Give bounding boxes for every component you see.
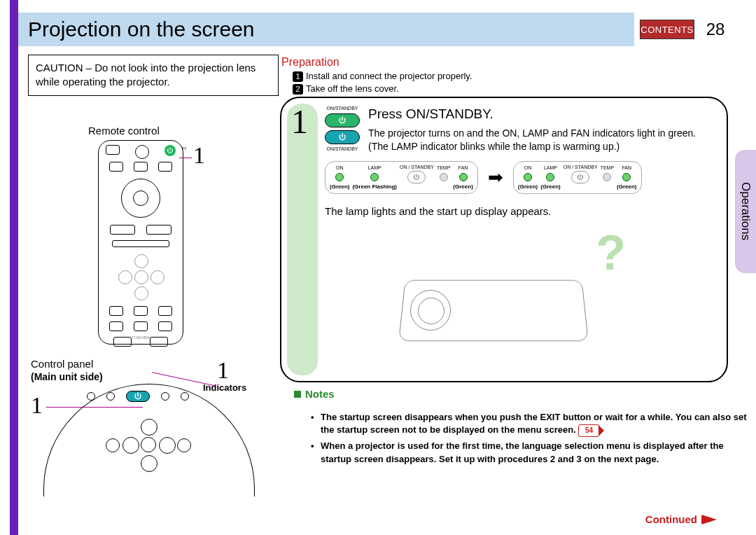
panel-dpad bbox=[63, 420, 234, 483]
power-icon bbox=[126, 391, 150, 402]
note-item-1: The startup screen disappears when you p… bbox=[308, 411, 756, 437]
onstandby-icon-label: ON/STANDBY bbox=[327, 105, 358, 112]
power-icon bbox=[325, 113, 360, 127]
power-icon bbox=[325, 130, 360, 144]
remote-control-illustration: TOSHIBA bbox=[98, 140, 183, 345]
panel-led-row bbox=[87, 391, 189, 402]
question-mark-icon: ? bbox=[596, 218, 626, 287]
arrow-right-icon: ➡ bbox=[488, 165, 503, 190]
caution-box: CAUTION – Do not look into the projectio… bbox=[28, 55, 279, 96]
remote-brand-label: TOSHIBA bbox=[99, 335, 183, 340]
step-box: 1 ON/STANDBY ON/STANDBY Press ON/STANDBY… bbox=[280, 97, 728, 382]
callout-number-panel-a: 1 bbox=[217, 357, 229, 384]
note-item-2: When a projector is used for the first t… bbox=[308, 440, 756, 466]
step-body-2: (The LAMP indicator blinks while the lam… bbox=[368, 140, 717, 154]
preparation-item-1: 1Install and connect the projector prope… bbox=[293, 70, 472, 83]
contents-button[interactable]: CONTENTS bbox=[640, 20, 694, 39]
notes-heading: Notes bbox=[294, 388, 335, 400]
callout-number-panel-b: 1 bbox=[31, 392, 43, 419]
main-unit-side-label: (Main unit side) bbox=[31, 371, 103, 382]
projector-illustration: ? bbox=[374, 232, 668, 352]
preparation-heading: Preparation bbox=[281, 56, 340, 69]
preparation-item-2: 2Take off the lens cover. bbox=[293, 83, 399, 95]
indicator-diagram: ON(Green) LAMP(Green Flashing) ON / STAN… bbox=[325, 161, 717, 194]
callout-line bbox=[179, 158, 192, 158]
continued-arrow-icon bbox=[701, 515, 717, 524]
notes-list: The startup screen disappears when you p… bbox=[280, 411, 756, 468]
remote-control-label: Remote control bbox=[88, 125, 160, 137]
power-icon bbox=[164, 145, 176, 156]
page-number: 28 bbox=[700, 17, 731, 42]
continued-indicator: Continued bbox=[645, 513, 717, 525]
page-title: Projection on the screen bbox=[18, 13, 634, 46]
control-panel-label: Control panel bbox=[31, 358, 93, 370]
left-accent-bar bbox=[10, 0, 18, 535]
startup-text: The lamp lights and the start up display… bbox=[325, 204, 717, 218]
step-body-1: The projector turns on and the ON, LAMP … bbox=[368, 127, 717, 141]
onstandby-icon-label: ON/STANDBY bbox=[327, 146, 358, 153]
callout-number-remote: 1 bbox=[193, 142, 205, 169]
page-xref-link[interactable]: 54 bbox=[578, 424, 599, 437]
step-number: 1 bbox=[291, 102, 308, 141]
operations-section-tab[interactable]: Operations bbox=[735, 150, 756, 273]
step-heading: Press ON/STANDBY. bbox=[368, 105, 717, 124]
